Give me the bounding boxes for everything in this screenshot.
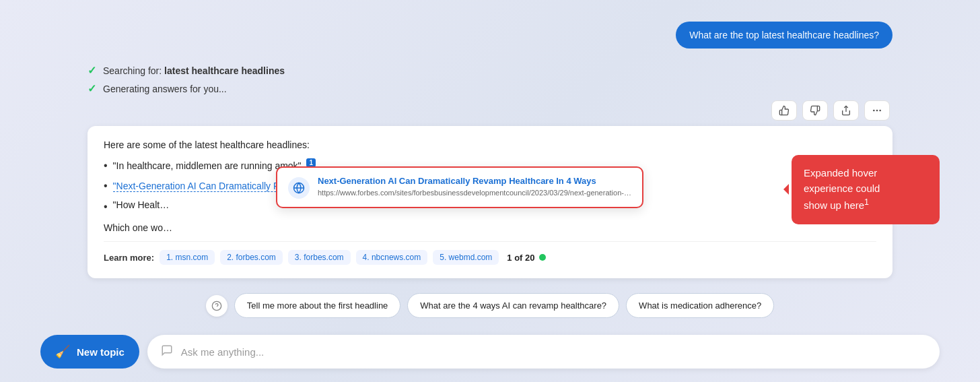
expanded-hover-box: Expanded hoverexperience couldshow up he… <box>792 155 940 224</box>
headline-3-text: "How Healt… <box>113 199 170 210</box>
learn-more-bar: Learn more: 1. msn.com 2. forbes.com 3. … <box>104 241 876 265</box>
green-dot <box>539 254 546 261</box>
status-line-1: ✓ Searching for: latest healthcare headl… <box>88 64 893 77</box>
tooltip-text-content: Next-Generation AI Can Dramatically Reva… <box>318 176 631 197</box>
chat-input-placeholder: Ask me anything... <box>181 346 264 358</box>
broom-icon: 🧹 <box>55 344 70 359</box>
bullet-2: • <box>104 179 108 193</box>
share-button[interactable] <box>833 100 859 121</box>
more-button[interactable] <box>864 100 890 121</box>
response-footer: Which one wo… <box>104 222 876 233</box>
source-tag-3[interactable]: 3. forbes.com <box>288 250 351 265</box>
user-message-bubble: What are the top latest healthcare headl… <box>676 22 893 49</box>
svg-point-3 <box>879 110 881 112</box>
suggestion-chip-3[interactable]: What is medication adherence? <box>626 293 774 318</box>
source-tag-2[interactable]: 2. forbes.com <box>220 250 283 265</box>
status-text-2: Generating answers for you... <box>103 84 227 94</box>
suggestion-chips: Tell me more about the first headline Wh… <box>0 293 980 318</box>
check-icon-1: ✓ <box>88 64 96 77</box>
input-field-container[interactable]: Ask me anything... <box>147 335 940 369</box>
svg-point-2 <box>876 110 878 112</box>
thumbs-down-button[interactable] <box>802 100 828 121</box>
bullet-1: • <box>104 158 108 173</box>
new-topic-button[interactable]: 🧹 New topic <box>40 335 139 369</box>
bottom-bar: 🧹 New topic Ask me anything... <box>40 335 940 369</box>
user-message-container: What are the top latest healthcare headl… <box>676 22 893 49</box>
svg-point-1 <box>873 110 875 112</box>
bullet-3: • <box>104 199 108 214</box>
source-tag-1[interactable]: 1. msn.com <box>160 250 215 265</box>
thumbs-up-button[interactable] <box>771 100 797 121</box>
check-icon-2: ✓ <box>88 82 96 95</box>
user-message-text: What are the top latest healthcare headl… <box>689 30 879 40</box>
source-tag-5[interactable]: 5. webmd.com <box>433 250 499 265</box>
main-container: What are the top latest healthcare headl… <box>0 0 980 382</box>
status-text-1: Searching for: latest healthcare headlin… <box>103 65 285 76</box>
source-tag-4[interactable]: 4. nbcnews.com <box>356 250 428 265</box>
question-icon <box>206 295 228 317</box>
status-line-2: ✓ Generating answers for you... <box>88 82 893 95</box>
hover-tooltip: Next-Generation AI Can Dramatically Reva… <box>276 166 643 208</box>
response-intro: Here are some of the latest healthcare h… <box>104 139 876 150</box>
tooltip-title: Next-Generation AI Can Dramatically Reva… <box>318 176 631 186</box>
response-card: Here are some of the latest healthcare h… <box>88 126 893 278</box>
tooltip-url: https://www.forbes.com/sites/forbesbusin… <box>318 189 631 197</box>
chat-icon <box>161 344 173 359</box>
globe-icon <box>288 177 310 199</box>
new-topic-label: New topic <box>77 346 125 358</box>
action-bar <box>88 100 893 121</box>
hover-tooltip-inner: Next-Generation AI Can Dramatically Reva… <box>288 176 631 199</box>
chat-content: ✓ Searching for: latest healthcare headl… <box>88 64 893 278</box>
suggestion-chip-2[interactable]: What are the 4 ways AI can revamp health… <box>407 293 619 318</box>
learn-more-label: Learn more: <box>104 253 154 263</box>
page-indicator: 1 of 20 <box>507 253 545 263</box>
suggestion-chip-1[interactable]: Tell me more about the first headline <box>234 293 401 318</box>
